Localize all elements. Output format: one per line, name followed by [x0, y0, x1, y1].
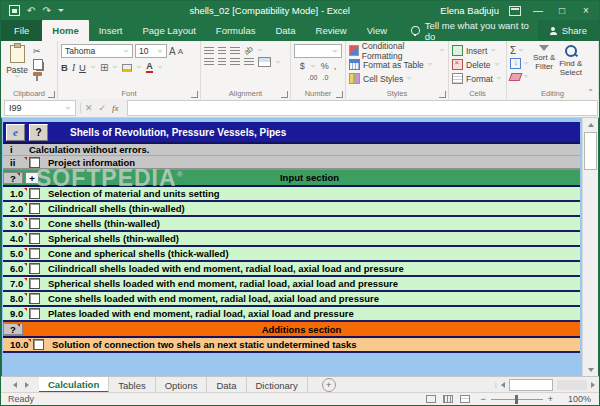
sheet-tab-calculation[interactable]: Calculation	[39, 377, 109, 393]
decrease-decimal-icon[interactable]: .0	[322, 74, 328, 81]
checkbox[interactable]	[29, 248, 40, 259]
orientation-icon[interactable]: ab	[242, 44, 255, 57]
conditional-formatting-button[interactable]: Conditional Formatting	[349, 44, 445, 57]
number-dialog-launcher-icon[interactable]	[336, 91, 343, 98]
percent-icon[interactable]: %	[321, 61, 329, 71]
decrease-indent-icon[interactable]	[244, 58, 254, 66]
paste-dropdown-icon[interactable]	[14, 75, 20, 78]
scroll-right-icon[interactable]	[591, 382, 595, 388]
horizontal-scrollbar[interactable]: ⁞	[495, 377, 599, 393]
currency-dropdown-icon[interactable]	[310, 65, 316, 68]
minimize-icon[interactable]: —	[531, 5, 545, 16]
align-left-icon[interactable]	[204, 58, 214, 66]
redo-icon[interactable]: ↷	[42, 6, 50, 16]
borders-icon[interactable]: ⊞	[100, 63, 108, 73]
horizontal-scroll-thumb[interactable]	[509, 379, 553, 391]
fill-icon[interactable]: ↓	[510, 58, 521, 69]
align-middle-icon[interactable]	[218, 47, 226, 55]
checkbox[interactable]	[29, 308, 40, 319]
sheet-tab-dictionary[interactable]: Dictionary	[247, 377, 308, 393]
underline-dropdown-icon[interactable]	[90, 66, 96, 69]
font-color-dropdown-icon[interactable]	[157, 66, 163, 69]
insert-function-icon[interactable]: fx	[112, 103, 119, 113]
format-painter-icon[interactable]	[33, 72, 42, 76]
number-format-select[interactable]	[294, 44, 342, 58]
share-button[interactable]: Share	[538, 20, 599, 41]
align-right-icon[interactable]	[230, 58, 240, 66]
increase-decimal-icon[interactable]: .00	[308, 74, 318, 81]
user-name[interactable]: Elena Badjuju	[440, 5, 499, 16]
sort-filter-button[interactable]: Sort & Filter	[533, 44, 555, 87]
paste-button[interactable]: Paste	[4, 44, 30, 87]
help-button[interactable]: ?	[29, 124, 48, 141]
checkbox[interactable]	[29, 218, 40, 229]
ribbon-display-options-icon[interactable]	[509, 6, 521, 16]
font-color-icon[interactable]: A	[146, 62, 153, 73]
section-help-button[interactable]: ?	[3, 172, 23, 184]
web-link-button[interactable]: e	[6, 124, 25, 141]
enter-icon[interactable]: ✓	[99, 103, 107, 113]
new-sheet-button[interactable]: +	[322, 378, 336, 392]
sheet-tab-tables[interactable]: Tables	[109, 377, 155, 393]
borders-dropdown-icon[interactable]	[112, 66, 118, 69]
zoom-in-icon[interactable]: +	[548, 394, 553, 404]
cell-styles-button[interactable]: Cell Styles	[349, 72, 445, 85]
find-select-button[interactable]: Find & Select	[559, 44, 582, 87]
collapse-ribbon-icon[interactable]: ⌃	[587, 88, 594, 97]
insert-cells-button[interactable]: Insert	[452, 44, 503, 57]
italic-button[interactable]: I	[72, 63, 75, 73]
save-icon[interactable]	[9, 5, 20, 16]
font-name-select[interactable]: Tahoma	[61, 44, 133, 58]
view-page-layout-icon[interactable]	[443, 395, 453, 403]
sheet-tab-options[interactable]: Options	[156, 377, 208, 393]
next-sheet-icon[interactable]	[25, 382, 29, 388]
close-icon[interactable]: ×	[579, 5, 593, 16]
prev-sheet-icon[interactable]	[13, 382, 17, 388]
cancel-icon[interactable]: ✕	[85, 103, 93, 113]
shrink-font-icon[interactable]: A	[178, 46, 183, 57]
grow-font-icon[interactable]: A	[169, 46, 176, 57]
tab-formulas[interactable]: Formulas	[206, 20, 266, 41]
name-box[interactable]: I99	[4, 100, 76, 116]
zoom-out-icon[interactable]: −	[480, 394, 485, 404]
tab-data[interactable]: Data	[265, 20, 305, 41]
view-page-break-icon[interactable]	[460, 395, 470, 403]
scroll-up-button[interactable]	[583, 118, 598, 131]
vertical-scrollbar[interactable]	[582, 118, 598, 376]
comma-icon[interactable]: ,	[334, 61, 337, 71]
splitter-handle[interactable]: ⁞	[495, 381, 497, 390]
tab-view[interactable]: View	[357, 20, 397, 41]
tab-home[interactable]: Home	[42, 20, 88, 41]
checkbox[interactable]	[29, 263, 40, 274]
qat-customize-icon[interactable]	[58, 9, 64, 12]
format-cells-button[interactable]: Format	[452, 72, 503, 85]
fill-color-dropdown-icon[interactable]	[136, 66, 142, 69]
tab-insert[interactable]: Insert	[89, 20, 133, 41]
checkbox[interactable]	[29, 293, 40, 304]
sheet-tab-data[interactable]: Data	[207, 377, 246, 393]
delete-cells-button[interactable]: Delete	[452, 58, 503, 71]
checkbox[interactable]	[29, 278, 40, 289]
align-bottom-icon[interactable]	[230, 47, 240, 55]
styles-dialog-launcher-icon[interactable]	[439, 91, 446, 98]
undo-icon[interactable]: ↶	[27, 6, 35, 16]
view-normal-icon[interactable]	[426, 395, 436, 403]
font-dialog-launcher-icon[interactable]	[191, 91, 198, 98]
underline-button[interactable]: U	[79, 62, 86, 73]
tab-page-layout[interactable]: Page Layout	[132, 20, 205, 41]
align-center-icon[interactable]	[218, 58, 226, 66]
format-as-table-button[interactable]: Format as Table	[349, 58, 445, 71]
formula-input[interactable]	[127, 100, 598, 116]
currency-icon[interactable]: $	[300, 61, 305, 71]
align-top-icon[interactable]	[204, 47, 214, 55]
scroll-left-icon[interactable]	[501, 382, 505, 388]
section-help-button[interactable]: ?	[3, 323, 23, 335]
zoom-slider[interactable]	[491, 399, 543, 400]
tab-file[interactable]: File	[1, 20, 42, 41]
copy-icon[interactable]	[33, 59, 43, 70]
merge-dropdown-icon[interactable]	[275, 61, 281, 64]
cut-icon[interactable]: ✂	[33, 46, 43, 57]
fill-color-icon[interactable]	[122, 64, 132, 72]
checkbox[interactable]	[29, 233, 40, 244]
checkbox[interactable]	[33, 339, 44, 350]
